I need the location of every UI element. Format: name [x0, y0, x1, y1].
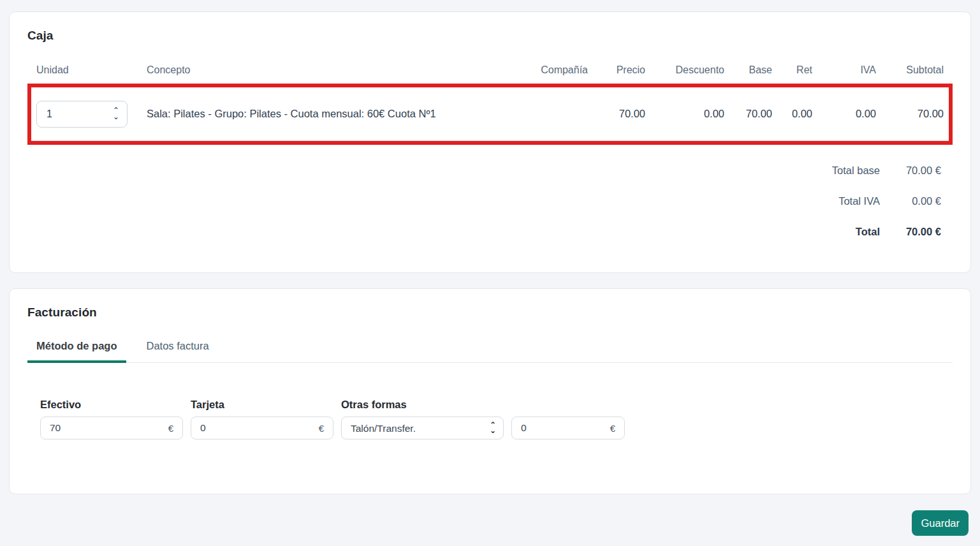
caja-card: Caja Unidad Concepto Compañía Precio Des… [9, 11, 971, 273]
concepto-cell: Sala: Pilates - Grupo: Pilates - Cuota m… [139, 108, 515, 120]
column-header-descuento: Descuento [645, 64, 724, 76]
column-header-concepto: Concepto [139, 64, 515, 76]
subtotal-cell: 70.00 [876, 108, 944, 120]
tarjeta-label: Tarjeta [191, 399, 333, 411]
quantity-stepper[interactable]: ⌃ ⌄ [36, 101, 128, 128]
column-header-ret: Ret [772, 64, 812, 76]
total-iva-row: Total IVA 0.00 € [27, 186, 941, 216]
efectivo-label: Efectivo [40, 399, 183, 411]
footer-action-bar: Guardar [0, 510, 969, 536]
save-button[interactable]: Guardar [912, 510, 969, 536]
tarjeta-field: Tarjeta € [191, 399, 333, 439]
total-iva-label: Total IVA [838, 195, 880, 207]
total-base-row: Total base 70.00 € [27, 155, 941, 186]
table-row: ⌃ ⌄ Sala: Pilates - Grupo: Pilates - Cuo… [31, 87, 949, 141]
column-header-unidad: Unidad [36, 64, 139, 76]
ret-cell: 0.00 [772, 108, 812, 120]
otras-formas-select[interactable]: Talón/Transfer. [341, 417, 504, 439]
tab-metodo-de-pago[interactable]: Método de pago [27, 340, 126, 363]
tarjeta-input-box[interactable]: € [191, 417, 333, 439]
otras-formas-amount-label [511, 399, 625, 411]
tarjeta-input[interactable] [191, 417, 319, 439]
facturacion-tabs: Método de pago Datos factura [27, 340, 953, 363]
quantity-input[interactable] [37, 101, 101, 127]
column-header-subtotal: Subtotal [876, 64, 944, 76]
otras-formas-select-wrap: Talón/Transfer. ⌃ ⌄ [341, 417, 504, 439]
payment-methods-row: Efectivo € Tarjeta € Otras formas Talón/… [27, 399, 953, 439]
column-header-iva: IVA [812, 64, 876, 76]
euro-sign: € [168, 423, 173, 434]
column-header-base: Base [724, 64, 772, 76]
euro-sign: € [610, 423, 615, 434]
precio-cell: 70.00 [588, 108, 645, 120]
caja-table-header: Unidad Concepto Compañía Precio Descuent… [27, 57, 953, 84]
highlighted-row-outline: ⌃ ⌄ Sala: Pilates - Grupo: Pilates - Cuo… [27, 84, 953, 145]
otras-formas-label: Otras formas [341, 399, 504, 411]
grand-total-label: Total [856, 226, 880, 238]
grand-total-value: 70.00 € [880, 226, 941, 238]
efectivo-input[interactable] [41, 417, 168, 439]
otras-formas-amount-input[interactable] [512, 417, 610, 439]
total-base-value: 70.00 € [880, 165, 941, 177]
tab-datos-factura[interactable]: Datos factura [138, 340, 218, 363]
unidad-cell: ⌃ ⌄ [36, 101, 139, 128]
totals-section: Total base 70.00 € Total IVA 0.00 € Tota… [27, 155, 953, 247]
base-cell: 70.00 [724, 108, 772, 120]
iva-cell: 0.00 [812, 108, 876, 120]
column-header-precio: Precio [588, 64, 645, 76]
descuento-cell: 0.00 [645, 108, 724, 120]
euro-sign: € [319, 423, 324, 434]
chevron-down-icon[interactable]: ⌄ [113, 114, 119, 121]
total-iva-value: 0.00 € [880, 195, 941, 207]
total-base-label: Total base [832, 165, 880, 177]
column-header-compania: Compañía [515, 64, 588, 76]
stepper-arrows-icon[interactable]: ⌃ ⌄ [113, 101, 119, 127]
otras-formas-amount-box[interactable]: € [511, 417, 625, 439]
facturacion-title: Facturación [27, 306, 953, 320]
efectivo-field: Efectivo € [40, 399, 183, 439]
efectivo-input-box[interactable]: € [40, 417, 183, 439]
caja-title: Caja [27, 29, 953, 43]
otras-formas-amount-field: € [511, 399, 625, 439]
otras-formas-field: Otras formas Talón/Transfer. ⌃ ⌄ [341, 399, 504, 439]
facturacion-card: Facturación Método de pago Datos factura… [9, 288, 971, 494]
grand-total-row: Total 70.00 € [27, 216, 941, 247]
